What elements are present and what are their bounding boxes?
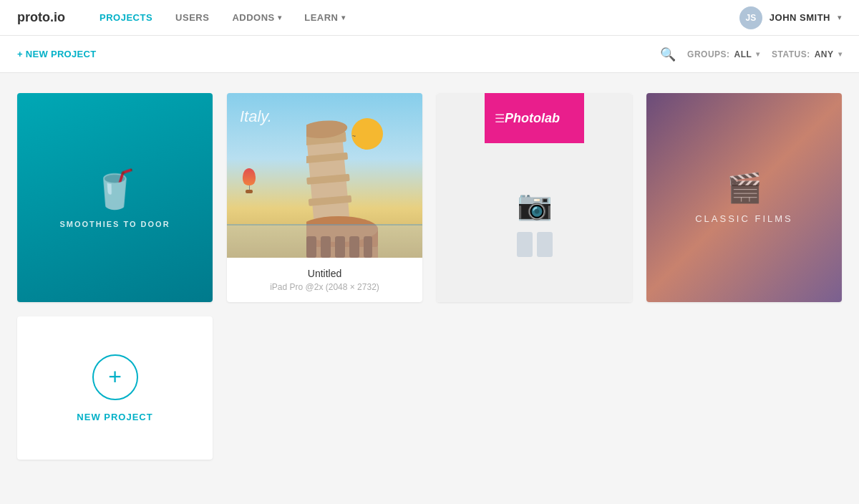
photolab-body: 📷	[507, 143, 563, 302]
addons-chevron-icon: ▾	[278, 14, 282, 21]
nav-item-users[interactable]: USERS	[164, 0, 220, 36]
project-thumb-smoothies: 🥤 SMOOTHIES TO DOOR	[17, 93, 213, 302]
classic-films-text: CLASSIC FILMS	[695, 213, 793, 224]
photolab-cell-2	[537, 232, 553, 257]
learn-chevron-icon: ▾	[341, 14, 346, 21]
photolab-header: ☰ Photolab	[485, 93, 584, 143]
new-project-label: NEW PROJECT	[77, 412, 152, 422]
camera-icon: 📷	[517, 188, 553, 222]
status-filter: STATUS: Any ▾	[772, 49, 842, 59]
project-thumb-photolab: ☰ Photolab 📷	[437, 93, 632, 302]
groups-filter: GROUPS: All ▾	[687, 49, 760, 59]
main-content: 🥤 SMOOTHIES TO DOOR Smoothies to Door (S…	[0, 73, 859, 480]
smoothies-cup-icon: 🥤	[92, 168, 138, 211]
new-project-button[interactable]: + NEW PROJECT	[17, 49, 96, 59]
logo[interactable]: proto.io	[17, 10, 65, 25]
header: proto.io PROJECTS USERS ADDONS ▾ LEARN ▾…	[0, 0, 859, 36]
project-thumb-italy: Italy. ~ ~ ~	[227, 93, 422, 258]
new-project-card[interactable]: + NEW PROJECT	[17, 316, 213, 460]
nav-item-learn[interactable]: LEARN ▾	[293, 0, 356, 36]
main-nav: PROJECTS USERS ADDONS ▾ LEARN ▾	[88, 0, 739, 36]
photolab-title: Photolab	[505, 111, 560, 126]
project-name-italy: Untitled	[238, 268, 411, 279]
projects-grid: 🥤 SMOOTHIES TO DOOR Smoothies to Door (S…	[17, 93, 842, 302]
toolbar: + NEW PROJECT 🔍 GROUPS: All ▾ STATUS: An…	[0, 36, 859, 73]
logo-text: proto.io	[17, 10, 65, 25]
project-device-italy: iPad Pro @2x (2048 × 2732)	[238, 282, 411, 292]
project-info-italy: Untitled iPad Pro @2x (2048 × 2732)	[227, 258, 422, 302]
avatar: JS	[739, 6, 762, 29]
smoothies-text: SMOOTHIES TO DOOR	[59, 220, 170, 228]
user-menu-chevron-icon[interactable]: ▾	[838, 13, 842, 22]
project-card-italy[interactable]: Italy. ~ ~ ~	[227, 93, 422, 302]
italy-scene: Italy. ~ ~ ~	[227, 93, 422, 258]
groups-chevron-icon[interactable]: ▾	[756, 50, 760, 58]
project-card-classic-films[interactable]: 🎬 CLASSIC FILMS Copy of Sample Project -…	[646, 93, 842, 302]
project-card-smoothies[interactable]: 🥤 SMOOTHIES TO DOOR Smoothies to Door (S…	[17, 93, 213, 302]
second-row: + NEW PROJECT	[17, 316, 842, 460]
balloon-icon	[243, 168, 256, 193]
toolbar-right: 🔍 GROUPS: All ▾ STATUS: Any ▾	[660, 47, 842, 62]
hamburger-menu-icon: ☰	[495, 112, 505, 125]
nav-item-projects[interactable]: PROJECTS	[88, 0, 164, 36]
user-name: JOHN SMITH	[770, 12, 830, 23]
project-card-photolab[interactable]: ☰ Photolab 📷 Untitled iphone 6s @1x (375…	[437, 93, 632, 302]
groups-value[interactable]: All	[734, 49, 752, 59]
classic-films-icon: 🎬	[727, 171, 762, 205]
search-icon[interactable]: 🔍	[660, 47, 676, 62]
nav-item-addons[interactable]: ADDONS ▾	[220, 0, 293, 36]
photolab-cell-1	[517, 232, 533, 257]
water-reflection	[227, 226, 422, 258]
status-chevron-icon[interactable]: ▾	[838, 50, 843, 58]
logo-dot: .	[50, 10, 54, 24]
new-project-plus-icon: +	[92, 354, 138, 400]
status-value[interactable]: Any	[815, 49, 834, 59]
header-right: JS JOHN SMITH ▾	[739, 6, 842, 29]
italy-label: Italy.	[240, 107, 272, 126]
photolab-image-grid	[517, 232, 553, 257]
project-thumb-classic: 🎬 CLASSIC FILMS	[646, 93, 842, 302]
